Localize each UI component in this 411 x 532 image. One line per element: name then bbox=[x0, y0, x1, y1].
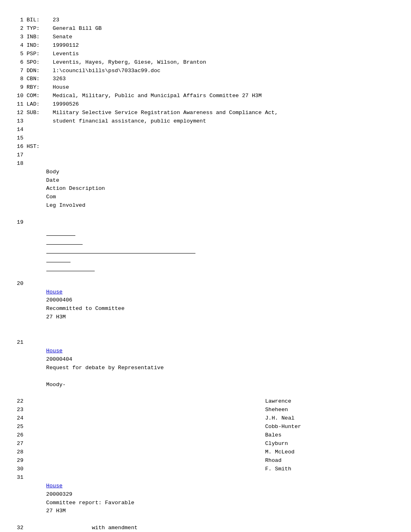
line-26: 26 Bales bbox=[12, 431, 399, 440]
line-29: 29 Rhoad bbox=[12, 457, 399, 465]
line-28: 28 M. McLeod bbox=[12, 448, 399, 457]
line-4: 4 IND: 19990112 bbox=[12, 42, 399, 50]
line-20: 20 House 20000406 Recommitted to Committ… bbox=[12, 280, 399, 339]
col-header-body: Body bbox=[46, 168, 75, 177]
line-30: 30 F. Smith bbox=[12, 465, 399, 474]
line-6: 6 SPO: Leventis, Hayes, Ryberg, Giese, W… bbox=[12, 58, 399, 67]
col-header-leg: Leg Involved bbox=[46, 202, 85, 210]
line-3: 3 INB: Senate bbox=[12, 33, 399, 42]
line-17: 17 bbox=[12, 151, 399, 160]
line-31: 31 House 20000329 Committee report: Favo… bbox=[12, 474, 399, 524]
line-14: 14 bbox=[12, 126, 399, 134]
line-23: 23 Sheheen bbox=[12, 406, 399, 414]
line-9: 9 RBY: House bbox=[12, 83, 399, 92]
body-link-house-20000406[interactable]: House bbox=[46, 289, 63, 295]
line-24: 24 J.H. Neal bbox=[12, 414, 399, 423]
line-21: 21 House 20000404 Request for debate by … bbox=[12, 339, 399, 397]
line-11: 11 LAD: 19990526 bbox=[12, 100, 399, 109]
col-header-com: Com bbox=[46, 193, 71, 202]
line-1: 1 BIL: 23 bbox=[12, 16, 399, 25]
line-19-separator: 19 bbox=[12, 218, 399, 279]
line-22: 22 Lawrence bbox=[12, 397, 399, 406]
body-link-house-20000329[interactable]: House bbox=[46, 483, 63, 489]
line-5: 5 PSP: Leventis bbox=[12, 50, 399, 58]
line-18-history-header: 18 Body Date Action Description Com Leg … bbox=[12, 160, 399, 218]
line-12: 12 SUB: Military Selective Service Regis… bbox=[12, 109, 399, 117]
line-8: 8 CBN: 3263 bbox=[12, 75, 399, 83]
line-32: 32 with amendment bbox=[12, 524, 399, 532]
line-7: 7 DDN: l:\council\bills\psd\7033ac99.doc bbox=[12, 67, 399, 75]
document-container: 1 BIL: 23 2 TYP: General Bill GB 3 INB: … bbox=[12, 16, 399, 532]
line-10: 10 COM: Medical, Military, Public and Mu… bbox=[12, 92, 399, 100]
line-2: 2 TYP: General Bill GB bbox=[12, 25, 399, 33]
col-header-action: Action Description bbox=[46, 185, 195, 193]
line-27: 27 Clyburn bbox=[12, 440, 399, 448]
line-16: 16 HST: bbox=[12, 143, 399, 151]
line-15: 15 bbox=[12, 134, 399, 143]
line-13: 13 student financial assistance, public … bbox=[12, 117, 399, 126]
line-25: 25 Cobb-Hunter bbox=[12, 423, 399, 431]
col-header-date: Date bbox=[46, 177, 83, 185]
body-link-house-20000404[interactable]: House bbox=[46, 348, 63, 354]
